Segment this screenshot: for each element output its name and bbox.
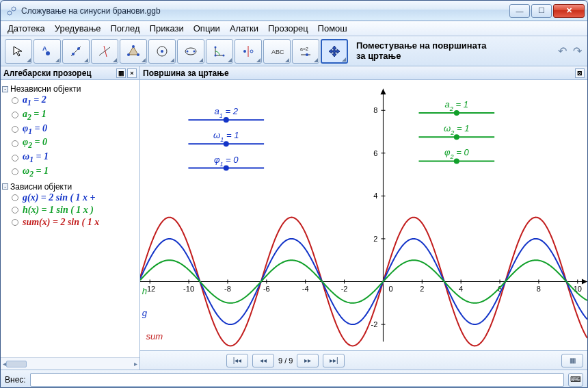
- svg-point-80: [454, 134, 459, 140]
- tool-slider[interactable]: a=2: [292, 39, 319, 64]
- menu-file[interactable]: Датотека: [3, 22, 49, 35]
- algebra-item-label: φ1 = 0: [23, 123, 47, 136]
- command-input[interactable]: [30, 373, 564, 387]
- svg-point-3: [46, 51, 50, 55]
- algebra-close-icon[interactable]: ×: [127, 68, 137, 78]
- drawing-title: Површина за цртање: [143, 68, 229, 78]
- svg-point-83: [454, 158, 459, 164]
- svg-text:0: 0: [388, 285, 392, 293]
- tool-circle[interactable]: [148, 39, 176, 64]
- menu-window[interactable]: Прозорец: [264, 22, 312, 35]
- svg-point-16: [187, 50, 189, 52]
- algebra-item[interactable]: a2 = 1: [2, 108, 138, 122]
- svg-point-22: [243, 50, 246, 53]
- tool-move[interactable]: [5, 39, 32, 64]
- play-next-button[interactable]: ▸▸: [297, 354, 319, 367]
- algebra-item[interactable]: φ1 = 0: [2, 122, 138, 137]
- svg-point-0: [8, 11, 12, 15]
- svg-point-68: [224, 117, 229, 122]
- svg-text:6: 6: [373, 149, 377, 157]
- maximize-button[interactable]: ☐: [531, 4, 552, 18]
- tool-move-graphics[interactable]: [321, 39, 348, 64]
- menu-edit[interactable]: Уредување: [51, 22, 105, 35]
- menu-help[interactable]: Помош: [314, 22, 351, 35]
- tool-polygon[interactable]: [120, 39, 147, 64]
- svg-text:A: A: [42, 45, 47, 52]
- svg-text:4: 4: [459, 285, 463, 293]
- algebra-item-label: φ2 = 0: [23, 137, 47, 150]
- redo-button[interactable]: ↷: [571, 45, 583, 57]
- titlebar: Сложување на синусни бранови.ggb — ☐ ✕: [1, 1, 587, 21]
- playbar: |◂◂ ◂◂ 9 / 9 ▸▸ ▸▸| ▦: [140, 350, 587, 370]
- svg-point-19: [215, 54, 217, 56]
- tool-text[interactable]: ABC: [263, 39, 291, 64]
- svg-text:4: 4: [373, 192, 377, 200]
- svg-text:-10: -10: [183, 285, 194, 293]
- svg-point-20: [223, 54, 225, 56]
- svg-point-18: [215, 46, 217, 48]
- input-helper-button[interactable]: ⌨: [568, 373, 583, 387]
- svg-text:-4: -4: [302, 285, 309, 293]
- algebra-item-label: a1 = 2: [23, 94, 46, 107]
- play-prev-button[interactable]: ◂◂: [252, 354, 274, 367]
- input-label: Внес:: [5, 375, 26, 385]
- svg-point-1: [12, 7, 16, 11]
- svg-text:8: 8: [537, 285, 541, 293]
- algebra-title: Алгебарски прозорец: [3, 68, 92, 78]
- svg-text:2: 2: [420, 285, 424, 293]
- graphics-canvas[interactable]: -12-10-8-6-4-20246810-22468hgsuma1 = 2ω1…: [140, 80, 587, 350]
- drawing-close-icon[interactable]: ⊠: [575, 68, 585, 78]
- svg-point-12: [127, 53, 130, 56]
- svg-text:a=2: a=2: [300, 47, 308, 51]
- tool-point[interactable]: A: [34, 39, 61, 64]
- svg-text:g: g: [142, 308, 148, 318]
- play-first-button[interactable]: |◂◂: [226, 354, 248, 367]
- algebra-item-label: ω1 = 1: [23, 151, 49, 164]
- algebra-item[interactable]: a1 = 2: [2, 94, 138, 108]
- close-button[interactable]: ✕: [553, 4, 585, 18]
- algebra-panel: Алгебарски прозорец ▦ × -Независни објек…: [1, 66, 140, 370]
- svg-point-11: [137, 53, 139, 56]
- menu-tools[interactable]: Алатки: [226, 22, 263, 35]
- menu-options[interactable]: Опции: [189, 22, 224, 35]
- menu-perspectives[interactable]: Прикази: [146, 22, 188, 35]
- algebra-item-label: sum(x) = 2 sin ( 1 x: [23, 217, 99, 228]
- algebra-item[interactable]: ω2 = 1: [2, 165, 138, 179]
- algebra-group-header[interactable]: -Зависни објекти: [2, 182, 138, 192]
- minimize-button[interactable]: —: [509, 4, 530, 18]
- svg-text:sum: sum: [146, 331, 163, 341]
- algebra-group-header[interactable]: -Независни објекти: [2, 84, 138, 94]
- svg-point-6: [77, 47, 80, 50]
- algebra-item[interactable]: φ2 = 0: [2, 136, 138, 151]
- play-grid-button[interactable]: ▦: [561, 354, 583, 367]
- algebra-item[interactable]: ω1 = 1: [2, 151, 138, 165]
- svg-text:-2: -2: [371, 320, 378, 328]
- input-bar: Внес: ⌨: [1, 370, 587, 388]
- toolbar: A ABC a=2 Поместување на површината за ц…: [1, 36, 587, 66]
- algebra-item[interactable]: h(x) = 1 sin ( 1 x ): [2, 204, 138, 216]
- tool-line[interactable]: [62, 39, 90, 64]
- algebra-item-label: h(x) = 1 sin ( 1 x ): [23, 205, 94, 216]
- svg-text:-2: -2: [341, 285, 348, 293]
- algebra-view-options-icon[interactable]: ▦: [116, 68, 126, 78]
- tool-reflect[interactable]: [235, 39, 262, 64]
- menubar: Датотека Уредување Поглед Прикази Опции …: [1, 21, 587, 36]
- algebra-scrollbar[interactable]: ◂▸: [1, 357, 139, 370]
- algebra-item[interactable]: g(x) = 2 sin ( 1 x +: [2, 192, 138, 204]
- menu-view[interactable]: Поглед: [106, 22, 144, 35]
- algebra-item-label: g(x) = 2 sin ( 1 x +: [23, 192, 96, 203]
- tool-angle[interactable]: [206, 39, 233, 64]
- svg-point-17: [193, 50, 196, 52]
- svg-point-74: [224, 166, 229, 171]
- undo-button[interactable]: ↶: [556, 45, 568, 57]
- svg-point-71: [224, 141, 229, 146]
- svg-text:-6: -6: [263, 285, 270, 293]
- algebra-content: -Независни објектиa1 = 2a2 = 1φ1 = 0φ2 =…: [1, 80, 139, 357]
- svg-point-23: [250, 50, 253, 53]
- tool-ellipse[interactable]: [177, 39, 204, 64]
- tool-perpendicular[interactable]: [91, 39, 118, 64]
- algebra-item[interactable]: sum(x) = 2 sin ( 1 x: [2, 216, 138, 229]
- play-last-button[interactable]: ▸▸|: [323, 354, 345, 367]
- app-icon: [6, 5, 17, 16]
- svg-point-10: [132, 45, 135, 48]
